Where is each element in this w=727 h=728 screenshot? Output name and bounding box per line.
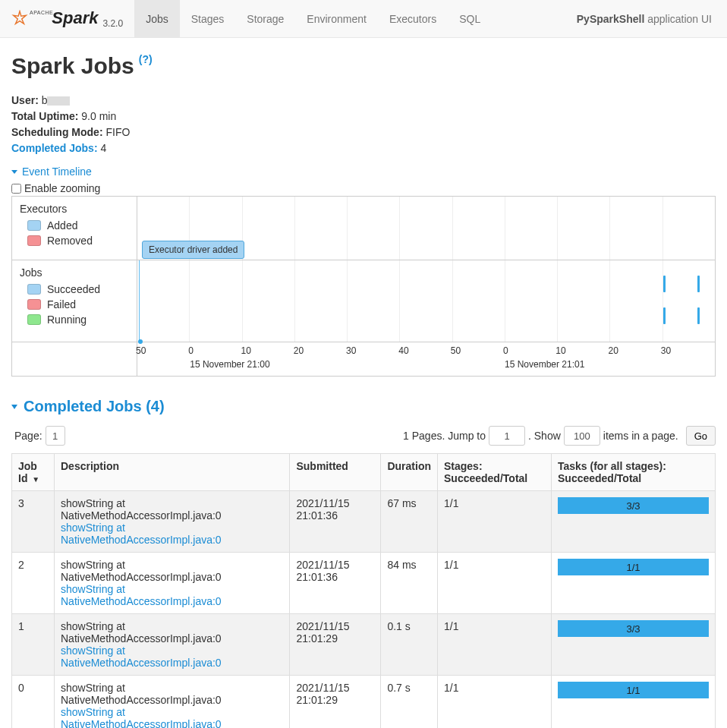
th-submitted[interactable]: Submitted xyxy=(290,454,381,491)
nav-tab-stages[interactable]: Stages xyxy=(180,0,236,37)
th-job-id[interactable]: Job Id ▼ xyxy=(12,454,55,491)
meta-uptime: Total Uptime: 9.0 min xyxy=(11,109,716,124)
description-link[interactable]: showString at NativeMethodAccessorImpl.j… xyxy=(61,522,283,546)
th-duration[interactable]: Duration xyxy=(381,454,438,491)
swatch-failed xyxy=(27,299,41,310)
nav-tab-sql[interactable]: SQL xyxy=(448,0,492,37)
cell-job-id: 2 xyxy=(12,553,55,614)
axis-tick: 30 xyxy=(346,345,356,356)
cell-duration: 84 ms xyxy=(381,553,438,614)
swatch-added xyxy=(27,220,41,231)
spark-version: 3.2.0 xyxy=(102,18,123,29)
axis-date: 15 November 21:01 xyxy=(505,359,584,370)
timeline-executors-legend: Executors Added Removed xyxy=(12,197,137,260)
nav-tabs: Jobs Stages Storage Environment Executor… xyxy=(134,0,492,37)
cell-description: showString at NativeMethodAccessorImpl.j… xyxy=(55,614,290,676)
brand[interactable]: APACHE Spark 3.2.0 xyxy=(0,8,134,29)
enable-zoom[interactable]: Enable zooming xyxy=(11,182,716,194)
job-event-bar[interactable] xyxy=(663,276,666,292)
cell-stages: 1/1 xyxy=(438,491,552,553)
enable-zoom-checkbox[interactable] xyxy=(11,184,21,194)
swatch-removed xyxy=(27,235,41,246)
spark-star-icon xyxy=(11,10,28,27)
axis-tick: 10 xyxy=(555,345,565,356)
th-tasks[interactable]: Tasks (for all stages): Succeeded/Total xyxy=(552,454,716,491)
description-link[interactable]: showString at NativeMethodAccessorImpl.j… xyxy=(61,583,283,607)
axis-tick: 20 xyxy=(294,345,304,356)
swatch-succeeded xyxy=(27,284,41,295)
swatch-running xyxy=(27,314,41,325)
cell-description: showString at NativeMethodAccessorImpl.j… xyxy=(55,676,290,729)
meta-list: User: b Total Uptime: 9.0 min Scheduling… xyxy=(11,93,716,156)
cell-job-id: 0 xyxy=(12,676,55,729)
cell-stages: 1/1 xyxy=(438,614,552,676)
show-label: . Show xyxy=(528,430,561,442)
meta-completed: Completed Jobs: 4 xyxy=(11,140,716,156)
completed-jobs-link[interactable]: Completed Jobs: xyxy=(11,142,98,154)
task-progress: 1/1 xyxy=(558,682,709,698)
page-title-text: Spark Jobs xyxy=(11,53,134,79)
jump-to-input[interactable] xyxy=(489,426,525,446)
axis-date: 15 November 21:00 xyxy=(190,359,269,370)
axis-tick: 50 xyxy=(451,345,461,356)
th-description[interactable]: Description xyxy=(55,454,290,491)
axis-tick: 30 xyxy=(661,345,671,356)
meta-sched: Scheduling Mode: FIFO xyxy=(11,124,716,140)
help-link[interactable]: (?) xyxy=(139,53,153,65)
cell-job-id: 3 xyxy=(12,491,55,553)
cell-stages: 1/1 xyxy=(438,676,552,729)
description-link[interactable]: showString at NativeMethodAccessorImpl.j… xyxy=(61,644,283,669)
go-button[interactable]: Go xyxy=(686,426,716,446)
nav-tab-jobs[interactable]: Jobs xyxy=(134,0,180,37)
cell-tasks: 3/3 xyxy=(552,614,716,676)
task-progress: 1/1 xyxy=(558,559,709,575)
cell-tasks: 1/1 xyxy=(552,676,716,729)
cell-duration: 0.7 s xyxy=(381,676,438,729)
cell-description: showString at NativeMethodAccessorImpl.j… xyxy=(55,491,290,553)
cell-submitted: 2021/11/15 21:01:29 xyxy=(290,614,381,676)
description-link[interactable]: showString at NativeMethodAccessorImpl.j… xyxy=(61,706,283,728)
timeline-jobs-lane[interactable] xyxy=(137,260,715,342)
executor-added-event[interactable]: Executor driver added xyxy=(142,241,244,259)
timeline-axis: 50010203040500102030 15 November 21:0015… xyxy=(137,342,715,376)
job-event-bar[interactable] xyxy=(697,307,700,324)
page-input[interactable] xyxy=(46,426,65,446)
table-row: 2showString at NativeMethodAccessorImpl.… xyxy=(12,553,716,614)
cell-job-id: 1 xyxy=(12,614,55,676)
cell-submitted: 2021/11/15 21:01:36 xyxy=(290,553,381,614)
nav-tab-storage[interactable]: Storage xyxy=(235,0,295,37)
completed-jobs-table: Job Id ▼ Description Submitted Duration … xyxy=(11,453,716,728)
cell-tasks: 1/1 xyxy=(552,553,716,614)
timeline-jobs-legend: Jobs Succeeded Failed Running xyxy=(12,260,137,342)
enable-zoom-label: Enable zooming xyxy=(24,182,100,194)
completed-jobs-toggle[interactable]: Completed Jobs (4) xyxy=(11,398,716,415)
axis-tick: 50 xyxy=(136,345,146,356)
axis-tick: 10 xyxy=(241,345,251,356)
timeline-axis-spacer xyxy=(12,342,137,376)
user-censored xyxy=(47,96,70,106)
caret-down-icon xyxy=(11,405,17,409)
cell-stages: 1/1 xyxy=(438,553,552,614)
table-row: 3showString at NativeMethodAccessorImpl.… xyxy=(12,491,716,553)
job-event-bar[interactable] xyxy=(663,307,666,324)
job-event-bar[interactable] xyxy=(697,276,700,292)
th-stages[interactable]: Stages: Succeeded/Total xyxy=(438,454,552,491)
task-progress: 3/3 xyxy=(558,497,709,514)
app-name-rest: application UI xyxy=(644,13,712,25)
items-per-page-input[interactable] xyxy=(564,426,600,446)
description-text: showString at NativeMethodAccessorImpl.j… xyxy=(61,559,222,583)
brand-apache: APACHE xyxy=(30,10,53,15)
timeline-executors-lane[interactable]: Executor driver added xyxy=(137,197,715,260)
spark-logo: APACHE Spark xyxy=(11,8,98,28)
navbar: APACHE Spark 3.2.0 Jobs Stages Storage E… xyxy=(0,0,727,38)
task-progress: 3/3 xyxy=(558,620,709,637)
event-timeline-toggle[interactable]: Event Timeline xyxy=(11,165,716,178)
app-name-bold: PySparkShell xyxy=(577,13,645,25)
timeline: Executors Added Removed Executor driver … xyxy=(11,196,716,377)
nav-tab-environment[interactable]: Environment xyxy=(295,0,378,37)
description-text: showString at NativeMethodAccessorImpl.j… xyxy=(61,497,222,522)
nav-tab-executors[interactable]: Executors xyxy=(378,0,448,37)
description-text: showString at NativeMethodAccessorImpl.j… xyxy=(61,682,222,706)
sort-desc-icon: ▼ xyxy=(32,475,39,484)
axis-tick: 40 xyxy=(398,345,408,356)
